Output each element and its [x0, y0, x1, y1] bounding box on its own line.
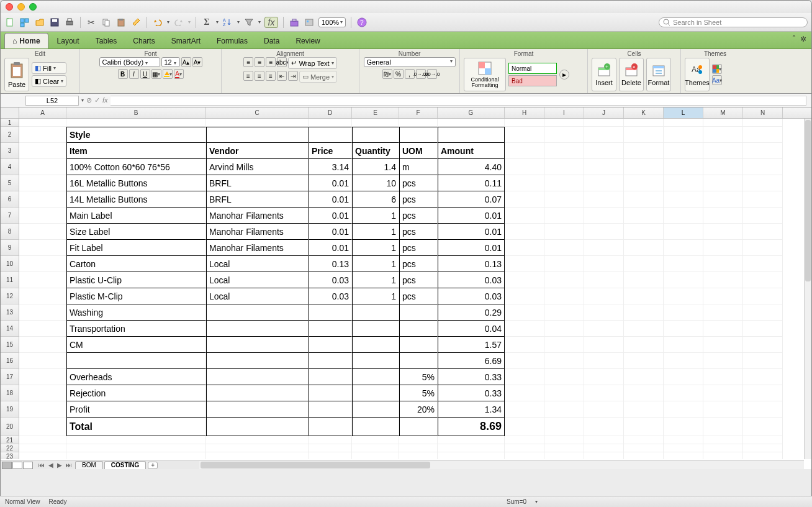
cell[interactable]	[19, 272, 66, 288]
cell[interactable]	[544, 256, 584, 272]
cell[interactable]	[399, 337, 438, 353]
cell[interactable]	[584, 191, 624, 208]
cell[interactable]: 0.01	[438, 208, 505, 224]
cell[interactable]: pcs	[399, 208, 438, 224]
cell[interactable]: 1.57	[438, 337, 505, 353]
increase-indent-icon[interactable]: ⇥	[288, 71, 298, 81]
autosum-dropdown-icon[interactable]: ▾	[216, 19, 219, 25]
cell[interactable]: Fit Label	[66, 240, 206, 256]
decrease-indent-icon[interactable]: ⇤	[277, 71, 287, 81]
cell[interactable]	[309, 337, 352, 353]
cell[interactable]	[703, 369, 743, 385]
cell[interactable]	[206, 385, 309, 401]
cell[interactable]	[703, 304, 743, 321]
col-header-a[interactable]: A	[19, 107, 66, 118]
currency-icon[interactable]: ₪▾	[382, 69, 392, 79]
cell[interactable]: Main Label	[66, 208, 206, 224]
cell[interactable]	[505, 127, 544, 143]
cell[interactable]: Item	[66, 143, 206, 159]
themes-button[interactable]: Aa Themes	[685, 58, 710, 91]
cell[interactable]	[624, 418, 664, 436]
cell[interactable]	[703, 159, 743, 175]
bold-button[interactable]: B	[118, 69, 128, 79]
cell[interactable]	[505, 369, 544, 385]
name-box[interactable]: L52	[25, 96, 79, 106]
cell[interactable]	[505, 401, 544, 418]
row-header[interactable]: 12	[1, 288, 19, 304]
tab-layout[interactable]: Layout	[50, 34, 87, 48]
cell[interactable]	[438, 119, 505, 127]
window-close-button[interactable]	[6, 3, 13, 11]
cell[interactable]: 3.14	[309, 159, 352, 175]
theme-colors-icon[interactable]: ▾	[712, 64, 722, 74]
cell[interactable]	[584, 143, 624, 159]
cell[interactable]	[624, 191, 664, 208]
cell[interactable]	[624, 321, 664, 337]
cell[interactable]	[743, 321, 783, 337]
cell[interactable]	[743, 385, 783, 401]
cell[interactable]	[624, 353, 664, 369]
cell[interactable]	[505, 119, 544, 127]
cell[interactable]	[743, 175, 783, 191]
cell[interactable]	[544, 452, 584, 459]
cell[interactable]	[743, 127, 783, 143]
cell[interactable]	[664, 159, 703, 175]
cell[interactable]	[352, 127, 399, 143]
cell[interactable]	[19, 143, 66, 159]
cell[interactable]	[206, 401, 309, 418]
cell[interactable]: 1	[352, 272, 399, 288]
help-icon[interactable]: ?	[356, 17, 368, 28]
cell[interactable]	[743, 119, 783, 127]
cell[interactable]	[743, 353, 783, 369]
cell[interactable]	[505, 385, 544, 401]
sheet-tab-bom[interactable]: BOM	[75, 461, 103, 469]
cell[interactable]: Quantity	[352, 143, 399, 159]
cancel-formula-icon[interactable]: ⊘	[86, 96, 92, 104]
style-normal[interactable]: Normal	[508, 63, 557, 74]
cell[interactable]: 1	[352, 208, 399, 224]
cell[interactable]: Vendor	[206, 143, 309, 159]
cell[interactable]: 0.01	[309, 208, 352, 224]
cell[interactable]	[544, 369, 584, 385]
cell[interactable]: Local	[206, 256, 309, 272]
align-bottom-icon[interactable]: ≡	[266, 57, 276, 67]
redo-icon[interactable]	[173, 17, 184, 28]
cell[interactable]: 14L Metallic Buttons	[66, 191, 206, 208]
cell[interactable]	[743, 191, 783, 208]
row-header[interactable]: 10	[1, 256, 19, 272]
cell[interactable]	[743, 256, 783, 272]
wrap-text-button[interactable]: ↵Wrap Text▾	[288, 57, 336, 69]
cell[interactable]	[703, 224, 743, 240]
cell[interactable]	[544, 240, 584, 256]
cell[interactable]	[399, 304, 438, 321]
sheet-nav-next-icon[interactable]: ▶	[55, 462, 64, 468]
cell[interactable]	[309, 369, 352, 385]
row-header[interactable]: 1	[1, 119, 19, 127]
cell[interactable]	[703, 208, 743, 224]
cell[interactable]: Transportation	[66, 321, 206, 337]
autosum-icon[interactable]: Σ	[201, 17, 212, 28]
cell[interactable]	[544, 401, 584, 418]
cell[interactable]	[664, 191, 703, 208]
cell[interactable]: 1.34	[438, 401, 505, 418]
cell[interactable]: 6.69	[438, 353, 505, 369]
cell[interactable]	[206, 321, 309, 337]
cell[interactable]	[664, 256, 703, 272]
cell[interactable]	[399, 353, 438, 369]
col-header-c[interactable]: C	[206, 107, 309, 118]
cell[interactable]: 0.11	[438, 175, 505, 191]
cell[interactable]	[505, 444, 544, 452]
cell[interactable]	[664, 127, 703, 143]
cell[interactable]	[352, 304, 399, 321]
cell[interactable]	[544, 321, 584, 337]
col-header-h[interactable]: H	[505, 107, 544, 118]
cell[interactable]	[544, 208, 584, 224]
cell[interactable]	[309, 385, 352, 401]
cell[interactable]	[584, 119, 624, 127]
cell[interactable]	[703, 452, 743, 459]
row-header[interactable]: 15	[1, 337, 19, 353]
insert-cells-button[interactable]: + Insert	[592, 58, 616, 91]
cell[interactable]	[584, 353, 624, 369]
cell[interactable]	[624, 175, 664, 191]
col-header-k[interactable]: K	[624, 107, 664, 118]
